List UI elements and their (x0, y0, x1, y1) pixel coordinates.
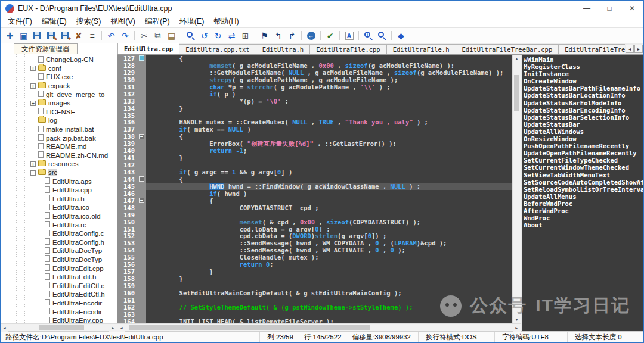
file-list-icon[interactable]: ≡ (85, 29, 99, 42)
editor-line[interactable]: 163 (117, 311, 512, 318)
editor-line[interactable]: 128 memset( g_acModuleFileName , 0x00 , … (117, 62, 512, 69)
tree-row[interactable]: +conf (1, 64, 117, 73)
editor-line[interactable]: 159 (117, 282, 512, 289)
symbol-item[interactable]: SetViewTabWidthMenuText (524, 172, 643, 179)
fold-toggle-icon[interactable]: − (139, 134, 144, 139)
editor-tab[interactable]: EditUltra.h (256, 44, 311, 54)
tree-row[interactable]: EditUltra.aps (1, 177, 117, 186)
scroll-left-icon[interactable]: ◄ (117, 324, 125, 332)
bookmark-icon[interactable]: ⚑ (258, 29, 271, 42)
symbol-item[interactable]: UpdateStatusBarLocationInfo (524, 92, 643, 99)
scroll-thumb[interactable] (39, 325, 84, 330)
editor-tab[interactable]: EditUltra.cpp (117, 43, 179, 54)
tree-row[interactable]: README.md (1, 142, 117, 151)
maximize-button[interactable]: □ (598, 1, 621, 16)
syntax-check-icon[interactable]: ✔ (323, 29, 337, 42)
about-icon[interactable]: ◆ (394, 29, 408, 42)
scroll-up-icon[interactable]: ▲ (513, 55, 521, 63)
tree-row[interactable]: +images (1, 99, 117, 108)
editor-line[interactable]: 146 if( hwnd ) (117, 190, 512, 197)
editor-line[interactable]: 132 if( p ) (117, 91, 512, 98)
zoom-in-icon[interactable]: + (361, 29, 375, 42)
editor-line[interactable]: 156 return 0; (117, 261, 512, 268)
symbol-item[interactable]: SetReloadSymbolListOrTreeInterva (524, 186, 643, 193)
editor-line[interactable]: 153 ::SendMessage( hwnd , WM_COPYDATA , … (117, 239, 512, 247)
tree-row[interactable]: EditUltraEditCtl.h (1, 290, 117, 299)
editor-line[interactable]: 141 } (117, 154, 512, 161)
fold-toggle-icon[interactable]: − (139, 55, 144, 61)
menu-env[interactable]: 环境(E) (175, 15, 209, 28)
symbol-item[interactable]: UpdateStatusBarEncodingInfo (524, 107, 643, 114)
expand-icon[interactable]: + (30, 101, 36, 106)
tree-row[interactable]: EditUltraEncodir (1, 307, 117, 316)
scroll-right-icon[interactable]: ► (109, 324, 117, 332)
find-prev-icon[interactable]: ↺ (197, 29, 211, 42)
symbol-item[interactable]: PushOpenPathFilenameRecently (524, 142, 643, 149)
editor-vertical-scrollbar[interactable]: ▲ ▼ (512, 55, 521, 323)
save-icon[interactable] (30, 29, 44, 42)
menu-program[interactable]: 编程(P) (140, 15, 175, 28)
editor-line[interactable]: 160 SetEditUltraMainConfigDefault( & g_s… (117, 289, 512, 297)
editor-line[interactable]: 158 } (117, 275, 512, 282)
symbol-item[interactable]: SetSourceCodeAutoCompletedShowAf (524, 179, 643, 186)
tree-row[interactable]: README.zh-CN.md (1, 151, 117, 160)
editor-line[interactable]: 145 HWND hwnd = ::FindWindow( g_acWindow… (117, 183, 512, 190)
close-file-icon[interactable]: ✘ (72, 29, 85, 42)
tree-row[interactable]: EditUltraEnv.cpp (1, 316, 117, 323)
tree-row[interactable]: EditUltraEdit.cpp (1, 264, 117, 273)
editor-line[interactable]: 139 ErrorBox( "创建互斥量失败[%d]" , ::GetLastE… (117, 140, 512, 147)
symbol-item[interactable]: SetCurrentWindowThemeChecked (524, 164, 643, 171)
editor-line[interactable]: 135 (117, 112, 512, 119)
tree-row[interactable]: EditUltraEncodir (1, 299, 117, 308)
tree-row[interactable]: ChangeLog-CN (1, 55, 117, 64)
tree-row[interactable]: +expack (1, 82, 117, 91)
scroll-right-icon[interactable]: ► (513, 324, 521, 332)
menu-file[interactable]: 文件(F) (3, 15, 37, 28)
editor-line[interactable]: 133 *(p) = '\0' ; (117, 98, 512, 105)
undo-icon[interactable]: ↶ (104, 29, 118, 42)
editor-tab[interactable]: EditUltra.cpp.txt (179, 44, 256, 54)
find-next-icon[interactable]: ↻ (211, 29, 225, 42)
minimize-button[interactable]: — (575, 1, 598, 16)
tree-row[interactable]: EditUltraEditCtl.c (1, 281, 117, 290)
scroll-left-icon[interactable]: ◄ (1, 324, 8, 332)
symbol-item[interactable]: UpdateStatusBarEolModeInfo (524, 99, 643, 107)
menu-view[interactable]: 视图(V) (106, 15, 140, 28)
symbol-item[interactable]: UpdateStatusBar (524, 121, 643, 128)
editor-line[interactable]: 130 strcpy( g_acModulePathName , g_acMod… (117, 76, 512, 83)
tree-horizontal-scrollbar[interactable]: ◄ ► (1, 323, 117, 331)
tree-row[interactable]: EditUltraDocTyp (1, 247, 117, 255)
editor-line[interactable]: 142 (117, 161, 512, 169)
editor-tab[interactable]: EditUltraFileTreeBar.cpp (456, 44, 559, 54)
symbol-item[interactable]: UpdateAllWindows (524, 128, 643, 135)
scroll-down-icon[interactable]: ▼ (513, 316, 521, 323)
highlight-mode-icon[interactable]: A (342, 29, 356, 42)
expand-icon[interactable]: + (30, 66, 36, 71)
tree-row[interactable]: EditUltra.ico (1, 203, 117, 212)
editor-line[interactable]: 147− { (117, 197, 512, 204)
editor-horizontal-scrollbar[interactable]: ◄ ► (117, 323, 521, 331)
symbol-item[interactable]: OnCreateWindow (524, 77, 643, 85)
editor-line[interactable]: 157 } (117, 268, 512, 275)
find-icon[interactable] (184, 29, 197, 42)
code-area[interactable]: 127− {128 memset( g_acModuleFileName , 0… (117, 55, 512, 323)
tree-row[interactable]: EditUltraEdit.h (1, 273, 117, 282)
editor-tab[interactable]: EditUltraFile.cpp (309, 44, 386, 54)
symbol-item[interactable]: OnResizeWindow (524, 135, 643, 142)
tree-row[interactable]: EditUltra.ico.old (1, 212, 117, 221)
tree-row[interactable]: log (1, 116, 117, 125)
symbol-item[interactable]: SetCurrentFileTypeChecked (524, 157, 643, 164)
symbol-item[interactable]: AfterWndProc (524, 207, 643, 214)
editor-line[interactable]: 136 HANDLE mutex = ::CreateMutex( NULL ,… (117, 119, 512, 126)
tree-row[interactable]: EditUltraConfig.c (1, 229, 117, 238)
save-all-icon[interactable]: + (58, 29, 72, 42)
paste-icon[interactable]: ▤ (165, 29, 178, 42)
symbol-item[interactable]: InitInstance (524, 70, 643, 77)
editor-line[interactable]: 164 INIT_LIST_HEAD( & listRemoteFileServ… (117, 318, 512, 323)
editor-tab[interactable]: EditUltraFile.h (386, 44, 456, 54)
tree-row[interactable]: EditUltraDocTyp (1, 255, 117, 264)
symbol-item[interactable]: UpdateOpenPathFilenameRecently (524, 149, 643, 157)
save-as-icon[interactable]: ✎ (44, 29, 58, 42)
expand-icon[interactable]: + (30, 161, 36, 167)
scroll-thumb[interactable] (514, 75, 519, 111)
